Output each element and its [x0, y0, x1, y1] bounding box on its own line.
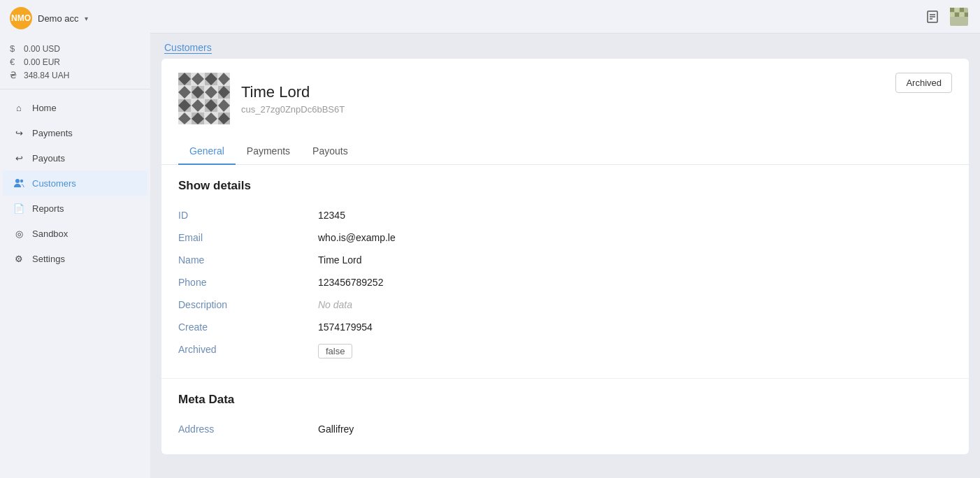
tab-payments[interactable]: Payments	[236, 138, 301, 165]
sidebar-item-payouts[interactable]: ↩ Payouts	[3, 145, 147, 171]
detail-row-email: Email who.is@examp.le	[178, 226, 952, 249]
account-name: Demo acc	[38, 13, 79, 24]
customers-icon	[13, 177, 25, 189]
svg-point-1	[20, 180, 23, 182]
docs-icon[interactable]	[923, 7, 942, 27]
show-details-title: Show details	[178, 179, 952, 193]
detail-row-archived: Archived false	[178, 338, 952, 364]
archived-button[interactable]: Archived	[895, 73, 952, 93]
svg-point-0	[15, 179, 20, 183]
show-details-section: Show details ID 12345 Email who.is@examp…	[161, 165, 969, 378]
meta-data-section: Meta Data Address Gallifrey	[161, 378, 969, 454]
tab-payouts[interactable]: Payouts	[301, 138, 359, 165]
topbar	[150, 0, 980, 34]
detail-row-address: Address Gallifrey	[178, 418, 952, 440]
account-switcher[interactable]: NMO Demo acc ▾	[0, 0, 150, 36]
customer-avatar	[178, 73, 230, 124]
account-logo: NMO	[10, 7, 32, 29]
sandbox-icon: ◎	[13, 227, 25, 240]
chevron-down-icon: ▾	[85, 15, 88, 22]
svg-rect-11	[955, 13, 959, 17]
user-avatar-icon[interactable]	[949, 7, 969, 27]
sidebar-item-sandbox[interactable]: ◎ Sandbox	[3, 221, 147, 246]
balance-uah: ₴ 348.84 UAH	[10, 68, 140, 82]
sidebar-item-settings[interactable]: ⚙ Settings	[3, 246, 147, 271]
svg-rect-9	[960, 8, 964, 12]
breadcrumb-customers[interactable]: Customers	[164, 42, 212, 54]
sidebar: NMO Demo acc ▾ $ 0.00 USD € 0.00 EUR ₴ 3…	[0, 0, 150, 478]
detail-row-create: Create 1574179954	[178, 316, 952, 338]
settings-icon: ⚙	[13, 252, 25, 265]
sidebar-item-customers[interactable]: Customers	[3, 171, 147, 196]
sidebar-item-home[interactable]: ⌂ Home	[3, 95, 147, 120]
svg-rect-7	[950, 8, 954, 12]
svg-rect-13	[965, 13, 968, 17]
balance-usd: $ 0.00 USD	[10, 42, 140, 55]
balance-section: $ 0.00 USD € 0.00 EUR ₴ 348.84 UAH	[0, 36, 150, 89]
customer-info: Time Lord cus_27zg0ZnpDc6bBS6T	[241, 83, 952, 115]
customer-id: cus_27zg0ZnpDc6bBS6T	[241, 104, 952, 115]
payouts-icon: ↩	[13, 152, 25, 164]
customer-header: Time Lord cus_27zg0ZnpDc6bBS6T Archived	[161, 59, 969, 138]
svg-rect-10	[950, 13, 954, 17]
content-area: Customers	[150, 34, 980, 478]
detail-row-id: ID 12345	[178, 204, 952, 226]
sidebar-nav: ⌂ Home ↪ Payments ↩ Payouts Customers 📄 …	[0, 89, 150, 478]
breadcrumb: Customers	[150, 34, 980, 53]
detail-row-phone: Phone 123456789252	[178, 271, 952, 294]
svg-rect-8	[955, 8, 959, 12]
main-area: Customers	[150, 0, 980, 478]
detail-row-name: Name Time Lord	[178, 249, 952, 271]
customer-name: Time Lord	[241, 83, 952, 101]
balance-eur: € 0.00 EUR	[10, 55, 140, 68]
payments-icon: ↪	[13, 126, 25, 139]
detail-row-description: Description No data	[178, 294, 952, 316]
svg-rect-12	[960, 13, 964, 17]
customer-tabs: General Payments Payouts	[161, 138, 969, 165]
home-icon: ⌂	[13, 101, 25, 114]
sidebar-item-reports[interactable]: 📄 Reports	[3, 196, 147, 221]
reports-icon: 📄	[13, 202, 25, 215]
sidebar-item-payments[interactable]: ↪ Payments	[3, 120, 147, 145]
customer-card: Time Lord cus_27zg0ZnpDc6bBS6T Archived …	[161, 59, 969, 454]
tab-general[interactable]: General	[178, 138, 236, 165]
meta-data-title: Meta Data	[178, 393, 952, 407]
